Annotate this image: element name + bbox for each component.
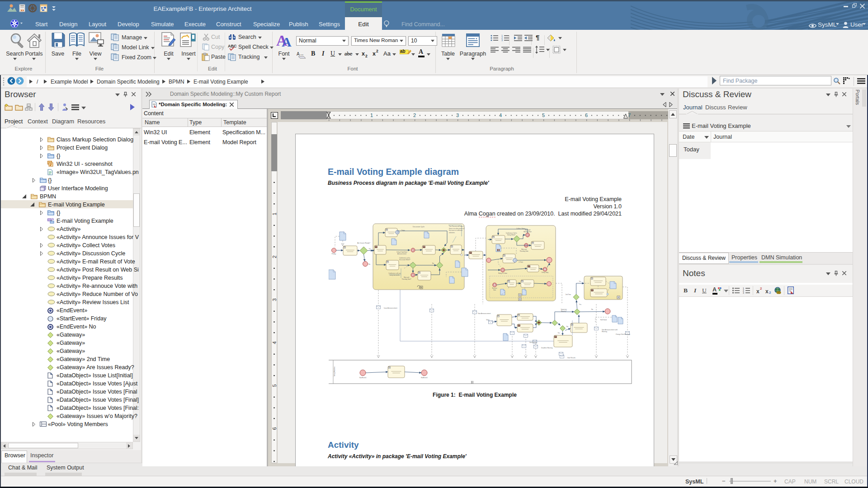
svg-text:4: 4	[272, 341, 277, 344]
svg-text:Vote Results: Vote Results	[529, 342, 537, 343]
svg-text:Vote Announcement: Vote Announcement	[478, 313, 491, 314]
svg-text:3: 3	[456, 113, 459, 118]
svg-text:2: 2	[272, 255, 277, 258]
svg-text:2nd Time: 2nd Time	[566, 294, 571, 296]
svg-text:Discussion Week?: Discussion Week?	[399, 259, 410, 261]
svg-text:Relay 9 5-9am: Relay 9 5-9am	[498, 272, 507, 274]
svg-text:Yes: Yes	[369, 248, 371, 250]
svg-text:6: 6	[585, 113, 588, 118]
svg-text:Voting Week?: Voting Week?	[507, 234, 516, 236]
svg-text:1: 1	[370, 113, 373, 118]
svg-text:StartEvent1: StartEvent1	[359, 377, 367, 379]
svg-text:The Process will loop if: The Process will loop if	[449, 225, 464, 227]
svg-text:Friday: Friday	[332, 253, 336, 255]
svg-text:Thursday 9am: Thursday 9am	[519, 250, 528, 252]
svg-text:1: 1	[272, 212, 277, 215]
svg-text:every two weeks: every two weeks	[390, 274, 400, 276]
svg-text:4: 4	[499, 113, 502, 118]
svg-text:Vote Results: Vote Results	[567, 357, 576, 359]
svg-text:2: 2	[413, 113, 416, 118]
svg-text:Vote: Vote	[493, 289, 496, 291]
svg-text:Announcement: Announcement	[397, 253, 406, 255]
svg-text:Majority?: Majority?	[561, 310, 567, 312]
svg-text:ABC: ABC	[228, 44, 237, 48]
svg-text:there is no discussion of: there is no discussion of	[449, 228, 464, 230]
svg-text:Issue Announcement: Issue Announcement	[384, 307, 397, 309]
svg-text:A: A	[282, 34, 292, 48]
svg-text:Delay 1day: Delay 1day	[542, 272, 549, 273]
svg-text:7: 7	[628, 113, 631, 118]
svg-text:Discussion Cycle: Discussion Cycle	[413, 226, 425, 228]
svg-text:Yes: Yes	[579, 281, 581, 282]
svg-text:No: No	[566, 326, 568, 328]
svg-text:No: No	[591, 309, 593, 310]
svg-text:Change Vote Message: Change Vote Message	[616, 333, 630, 335]
svg-text:the issue or sufficient: the issue or sufficient	[449, 230, 462, 231]
svg-text:Are Issues Ready?: Are Issues Ready?	[357, 242, 370, 244]
svg-text:Yes: Yes	[558, 332, 560, 334]
svg-text:No: No	[432, 263, 434, 264]
svg-text:A↔: A↔	[297, 52, 304, 56]
svg-text:solutions.: solutions.	[449, 232, 455, 234]
svg-text:Half Voted: Half Voted	[600, 319, 607, 321]
svg-text:Warning: Warning	[602, 331, 607, 333]
svg-text:Thursday 9am?: Thursday 9am?	[402, 278, 411, 280]
svg-text:6: 6	[272, 427, 277, 430]
svg-text:5: 5	[542, 113, 545, 118]
svg-text:Yes: Yes	[579, 304, 581, 305]
svg-text:3: 3	[501, 39, 503, 42]
svg-text:EndEvent1: EndEvent1	[421, 377, 428, 379]
svg-text:3: 3	[272, 298, 277, 301]
svg-text:5: 5	[272, 384, 277, 387]
svg-text:Votes: Votes	[486, 319, 490, 321]
svg-text:No: No	[368, 263, 370, 265]
svg-text:Voting Members: Voting Members	[334, 366, 335, 376]
svg-text:3: 3	[743, 291, 744, 294]
svg-text:in Days: in Days	[519, 261, 524, 263]
svg-text:Deadline Warning: Deadline Warning	[541, 347, 552, 349]
